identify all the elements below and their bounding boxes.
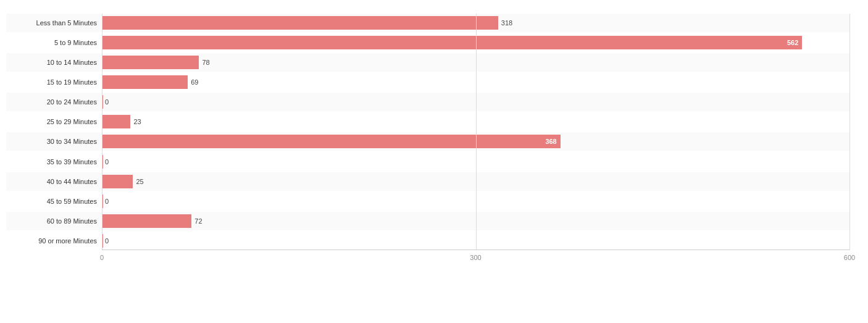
table-row: 15 to 19 Minutes69 [6, 73, 849, 91]
bar-fill [102, 234, 103, 248]
x-axis-tick: 0 [100, 254, 104, 261]
bar-label: 40 to 44 Minutes [6, 178, 102, 185]
bar-track: 562 [102, 36, 849, 49]
bar-fill [102, 175, 133, 188]
chart-area: Less than 5 Minutes3185 to 9 Minutes5621… [6, 14, 849, 270]
bar-track: 0 [102, 195, 849, 208]
bar-fill [102, 155, 103, 169]
bar-track: 318 [102, 16, 849, 30]
table-row: 25 to 29 Minutes23 [6, 112, 849, 131]
bar-value: 72 [194, 217, 202, 225]
bar-label: 30 to 34 Minutes [6, 138, 102, 145]
table-row: 90 or more Minutes0 [6, 232, 849, 250]
bar-fill [102, 95, 103, 109]
bar-fill [102, 214, 191, 228]
bar-label: 35 to 39 Minutes [6, 158, 102, 166]
bar-fill [102, 115, 130, 128]
table-row: Less than 5 Minutes318 [6, 14, 849, 32]
bar-fill [102, 56, 199, 69]
bar-fill: 368 [102, 135, 561, 148]
x-axis: 0300600 [102, 250, 849, 270]
bar-value: 69 [191, 78, 198, 86]
bar-track: 23 [102, 115, 849, 128]
bar-track: 368 [102, 135, 849, 148]
bar-track: 0 [102, 95, 849, 109]
bar-value: 78 [202, 59, 209, 66]
bar-label: 20 to 24 Minutes [6, 98, 102, 106]
bar-label: 60 to 89 Minutes [6, 217, 102, 225]
table-row: 5 to 9 Minutes562 [6, 33, 849, 52]
x-axis-tick: 300 [470, 254, 481, 261]
bar-label: 25 to 29 Minutes [6, 118, 102, 125]
bar-label: Less than 5 Minutes [6, 19, 102, 27]
bar-value: 25 [136, 178, 143, 185]
grid-line [849, 14, 850, 250]
bar-value: 23 [133, 118, 141, 125]
table-row: 60 to 89 Minutes72 [6, 212, 849, 230]
bar-label: 90 or more Minutes [6, 237, 102, 245]
bar-track: 0 [102, 234, 849, 248]
bar-label: 45 to 59 Minutes [6, 198, 102, 205]
bar-value: 0 [105, 158, 109, 166]
bar-track: 25 [102, 175, 849, 188]
bar-value: 368 [545, 138, 556, 145]
bar-fill [102, 195, 103, 208]
bar-label: 15 to 19 Minutes [6, 78, 102, 86]
bar-fill: 562 [102, 36, 802, 49]
bar-fill [102, 16, 498, 30]
bar-label: 10 to 14 Minutes [6, 59, 102, 66]
bar-track: 69 [102, 75, 849, 89]
bar-value: 318 [501, 19, 512, 27]
bar-label: 5 to 9 Minutes [6, 39, 102, 46]
table-row: 40 to 44 Minutes25 [6, 172, 849, 191]
bar-track: 0 [102, 155, 849, 169]
bars-section: Less than 5 Minutes3185 to 9 Minutes5621… [6, 14, 849, 250]
bar-track: 72 [102, 214, 849, 228]
bar-value: 562 [787, 39, 798, 46]
table-row: 10 to 14 Minutes78 [6, 53, 849, 72]
bar-value: 0 [105, 198, 109, 205]
x-axis-tick: 600 [844, 254, 855, 261]
bar-fill [102, 75, 188, 89]
table-row: 35 to 39 Minutes0 [6, 153, 849, 171]
bar-value: 0 [105, 98, 109, 106]
bar-track: 78 [102, 56, 849, 69]
chart-container: Less than 5 Minutes3185 to 9 Minutes5621… [0, 0, 868, 323]
bar-value: 0 [105, 237, 109, 245]
table-row: 20 to 24 Minutes0 [6, 93, 849, 111]
table-row: 30 to 34 Minutes368 [6, 132, 849, 151]
table-row: 45 to 59 Minutes0 [6, 192, 849, 211]
